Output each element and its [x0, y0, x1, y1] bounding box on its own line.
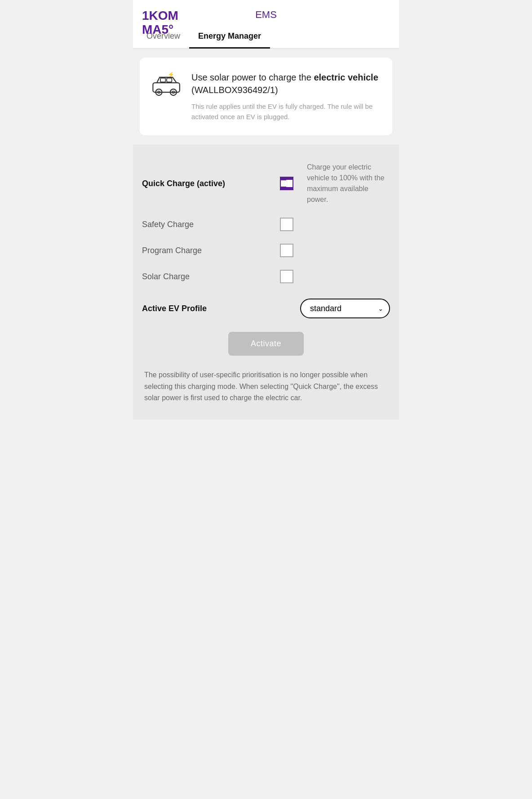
program-charge-checkbox-area: [273, 244, 300, 257]
solar-charge-checkbox-area: [273, 270, 300, 283]
quick-charge-checkbox[interactable]: [280, 177, 293, 190]
options-section: Quick Charge (active) Charge your electr…: [133, 144, 399, 420]
info-card-subtitle: This rule applies until the EV is fully …: [191, 102, 381, 122]
disclaimer: The possibility of user-specific priorit…: [142, 360, 390, 408]
profile-row: Active EV Profile standard eco performan…: [142, 290, 390, 323]
profile-select[interactable]: standard eco performance: [300, 299, 390, 318]
option-row-program-charge: Program Charge: [142, 237, 390, 263]
profile-select-wrapper: standard eco performance: [300, 299, 390, 318]
activate-button[interactable]: Activate: [228, 332, 304, 356]
tab-energy-manager[interactable]: Energy Manager: [189, 25, 270, 49]
profile-label: Active EV Profile: [142, 304, 293, 313]
solar-charge-label: Solar Charge: [142, 272, 273, 281]
option-row-solar-charge: Solar Charge: [142, 263, 390, 290]
app-header: 1KOMMA5° EMS: [133, 0, 399, 25]
program-charge-checkbox[interactable]: [280, 244, 293, 257]
info-card: ⚡ Use solar power to charge the electric…: [140, 58, 392, 135]
activate-btn-wrapper: Activate: [142, 323, 390, 360]
info-title-prefix: Use solar power to charge the: [191, 72, 314, 82]
info-card-title: Use solar power to charge the electric v…: [191, 71, 381, 96]
car-icon: ⚡: [151, 71, 182, 100]
quick-charge-checkbox-area: [273, 177, 300, 190]
quick-charge-label: Quick Charge (active): [142, 179, 273, 188]
options-list: Quick Charge (active) Charge your electr…: [142, 156, 390, 290]
app-logo: 1KOMMA5°: [142, 9, 178, 37]
checkbox-inner: [281, 180, 286, 187]
info-card-text: Use solar power to charge the electric v…: [191, 71, 381, 122]
quick-charge-description: Charge your electric vehicle to 100% wit…: [300, 162, 390, 205]
logo-text: 1KOMMA5°: [142, 9, 178, 37]
option-row-quick-charge: Quick Charge (active) Charge your electr…: [142, 156, 390, 211]
solar-charge-checkbox[interactable]: [280, 270, 293, 283]
info-title-suffix: (WALLBOX936492/1): [191, 85, 278, 95]
info-title-bold: electric vehicle: [314, 72, 378, 82]
program-charge-label: Program Charge: [142, 246, 273, 255]
safety-charge-checkbox-area: [273, 218, 300, 231]
svg-rect-3: [167, 78, 172, 82]
header-title: EMS: [255, 9, 277, 21]
options-layout: Quick Charge (active) Charge your electr…: [142, 156, 390, 290]
safety-charge-checkbox[interactable]: [280, 218, 293, 231]
info-card-top: ⚡ Use solar power to charge the electric…: [151, 71, 381, 122]
svg-rect-2: [160, 78, 165, 82]
safety-charge-label: Safety Charge: [142, 220, 273, 229]
option-row-safety-charge: Safety Charge: [142, 211, 390, 237]
